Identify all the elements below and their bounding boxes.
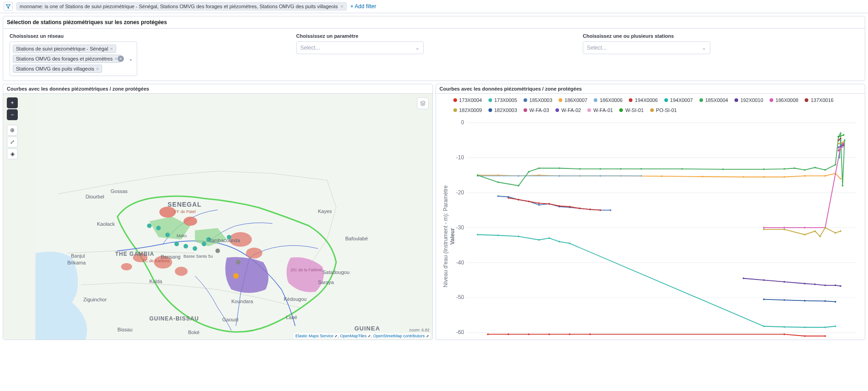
close-icon[interactable]: × [96,66,99,71]
svg-point-9 [147,223,152,228]
legend-item[interactable]: 182X0009 [453,107,482,113]
close-icon[interactable]: × [114,56,117,61]
svg-point-134 [518,199,519,201]
legend-item[interactable]: W-FA-01 [587,107,613,113]
svg-point-11 [165,233,170,237]
legend-item[interactable]: 194X0007 [664,97,693,103]
clear-all-icon[interactable]: × [118,56,124,62]
legend-item[interactable]: PO-SI-01 [650,107,677,113]
legend-item[interactable]: 137X0016 [805,97,833,103]
zoom-in-button[interactable]: + [7,97,18,108]
legend-item[interactable]: 185X0003 [524,97,552,103]
svg-point-103 [538,204,540,206]
legend-item[interactable]: 173X0005 [488,97,517,103]
svg-point-127 [839,178,841,180]
legend-item[interactable]: 185X0004 [699,97,728,103]
parameter-select[interactable]: Select... ⌄ [296,41,424,54]
svg-point-147 [497,181,499,183]
legend-item[interactable]: 182X0003 [488,107,517,113]
svg-point-169 [742,278,744,279]
legend-item[interactable]: 186X0006 [594,97,622,103]
svg-text:Ziguinchor: Ziguinchor [83,297,107,302]
chart-title: Courbes avec les données piézomètriques … [436,84,865,94]
svg-text:Basse Santa Su: Basse Santa Su [184,254,213,259]
svg-text:Satadougou: Satadougou [323,269,349,275]
map-container[interactable]: + − ⊕ ⤢ ◈ [3,94,432,340]
filter-bar: monname: is one of Stations de suivi pie… [0,0,868,13]
chevron-down-icon: ⌄ [702,45,706,51]
network-tag[interactable]: Stations OMVG des puits villageois× [13,65,102,73]
layers-button[interactable] [417,97,429,109]
stations-select[interactable]: Select... ⌄ [583,41,710,54]
svg-point-1 [159,207,176,218]
svg-point-192 [839,230,841,232]
svg-point-162 [814,167,816,168]
svg-point-137 [548,203,550,205]
shape-button[interactable]: ◈ [7,148,18,159]
chevron-down-icon[interactable]: ⌄ [128,56,133,62]
svg-text:Labé: Labé [286,315,297,320]
svg-point-179 [804,227,806,229]
openmaptiles-link[interactable]: OpenMapTiles [340,334,366,338]
filter-pill-text: monname: is one of Stations de suivi pie… [20,4,338,9]
legend-dot [619,108,623,112]
svg-point-142 [599,209,601,211]
legend-item[interactable]: 186X0008 [770,97,798,103]
svg-point-187 [804,234,806,236]
legend-item[interactable]: 192X0010 [734,97,763,103]
svg-text:-20: -20 [456,189,464,196]
network-tag[interactable]: Stations de suivi piezométrique - Sénéga… [13,45,116,53]
legend-item[interactable]: W-SI-01 [619,107,643,113]
svg-text:-40: -40 [456,259,464,266]
svg-text:Valeur: Valeur [449,228,455,245]
svg-point-167 [842,185,843,187]
svg-point-204 [837,136,839,138]
legend-dot [524,108,527,112]
svg-point-122 [763,176,765,178]
svg-point-124 [804,175,806,177]
svg-point-158 [763,168,765,170]
measure-button[interactable]: ⤢ [7,137,18,147]
svg-point-131 [599,175,601,177]
osm-link[interactable]: OpenStreetMap contributors [373,334,425,338]
network-multiselect[interactable]: Stations de suivi piezométrique - Sénéga… [10,41,137,76]
elastic-maps-link[interactable]: Elastic Maps Service [295,334,334,338]
legend-item[interactable]: W-FA-02 [555,107,581,113]
svg-point-153 [599,168,601,170]
selection-panel: Sélection de stations piézométriques sur… [3,16,865,81]
svg-point-95 [783,326,785,328]
close-icon[interactable]: × [110,46,113,51]
filter-toggle-icon[interactable] [4,2,13,11]
svg-point-206 [837,143,839,145]
svg-point-149 [528,171,529,173]
svg-point-97 [824,326,826,328]
svg-point-88 [497,234,499,236]
chart-svg: 0-10-20-30-40-50-601985-01-011990-01-011… [440,117,862,343]
svg-point-186 [783,229,785,230]
svg-point-6 [246,248,262,259]
svg-point-202 [837,148,839,150]
svg-text:Kayes: Kayes [318,208,332,214]
svg-text:Saraya: Saraya [318,279,334,285]
locate-button[interactable]: ⊕ [7,125,18,136]
svg-point-200 [837,147,839,148]
filter-pill-monname[interactable]: monname: is one of Stations de suivi pie… [16,2,347,10]
svg-point-174 [824,284,826,286]
close-icon[interactable]: × [340,4,343,9]
svg-point-191 [834,232,836,234]
svg-point-130 [558,175,560,177]
network-tag[interactable]: Stations OMVG des forages et piézomètres… [13,55,121,63]
svg-point-99 [497,195,499,197]
svg-point-151 [558,168,560,169]
svg-point-81 [548,334,550,335]
zoom-out-button[interactable]: − [7,109,18,120]
legend-item[interactable]: 173X0004 [453,97,482,103]
svg-point-150 [538,168,540,169]
svg-point-12 [175,242,179,246]
legend-item[interactable]: W-FA-03 [524,107,549,113]
legend-item[interactable]: 186X0007 [559,97,587,103]
svg-point-79 [507,334,509,335]
legend-item[interactable]: 194X0006 [629,97,657,103]
map-attribution: Elastic Maps Service ⬈, OpenMapTiles ⬈, … [294,333,430,339]
add-filter-link[interactable]: + Add filter [350,3,376,10]
